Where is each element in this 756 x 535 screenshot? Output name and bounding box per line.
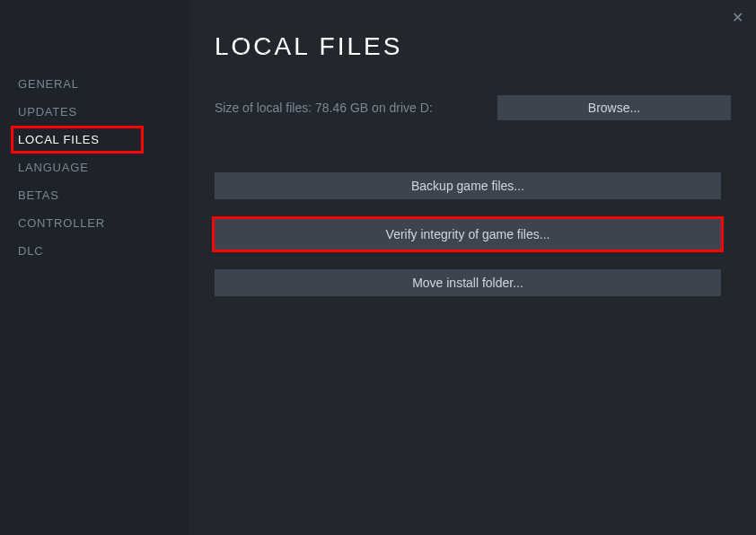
sidebar-item-dlc[interactable]: DLC xyxy=(18,237,189,265)
size-info-text: Size of local files: 78.46 GB on drive D… xyxy=(215,101,433,115)
move-install-folder-button[interactable]: Move install folder... xyxy=(215,269,721,296)
page-title: LOCAL FILES xyxy=(215,32,731,61)
sidebar-item-controller[interactable]: CONTROLLER xyxy=(18,209,189,237)
sidebar-item-local-files[interactable]: LOCAL FILES xyxy=(11,126,144,153)
decorative-dots xyxy=(189,0,279,54)
browse-button[interactable]: Browse... xyxy=(497,95,731,120)
sidebar: GENERAL UPDATES LOCAL FILES LANGUAGE BET… xyxy=(0,0,189,535)
verify-integrity-button[interactable]: Verify integrity of game files... xyxy=(215,219,721,250)
close-icon[interactable]: ✕ xyxy=(732,9,743,26)
sidebar-item-updates[interactable]: UPDATES xyxy=(18,98,189,126)
info-row: Size of local files: 78.46 GB on drive D… xyxy=(215,95,731,120)
backup-game-files-button[interactable]: Backup game files... xyxy=(215,172,721,199)
sidebar-item-general[interactable]: GENERAL xyxy=(18,70,189,98)
sidebar-item-language[interactable]: LANGUAGE xyxy=(18,153,189,181)
main-panel: ✕ LOCAL FILES Size of local files: 78.46… xyxy=(189,0,756,535)
sidebar-item-betas[interactable]: BETAS xyxy=(18,181,189,209)
